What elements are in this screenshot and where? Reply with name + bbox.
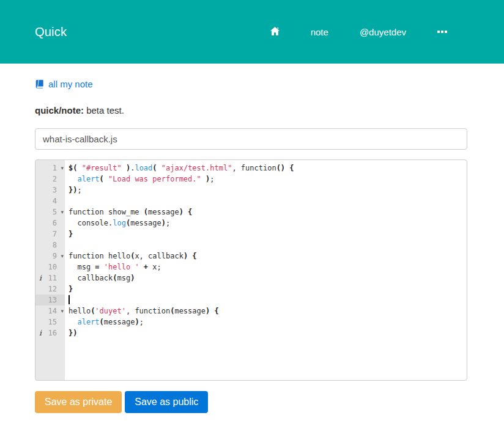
line-number: 14 [48, 307, 57, 315]
code-line[interactable]: callback(msg) [65, 273, 135, 284]
line-number: 11 [48, 274, 57, 282]
editor-row: 3}); [35, 185, 467, 196]
line-number: 10 [48, 263, 57, 271]
gutter-cell: i11 [35, 273, 65, 284]
code-line[interactable]: } [65, 284, 73, 295]
editor-row: 6 console.log(message); [35, 218, 467, 229]
code-line[interactable]: } [65, 229, 73, 240]
code-line[interactable]: alert(message); [65, 317, 144, 328]
book-icon [35, 79, 44, 89]
nav-note-link[interactable]: note [311, 27, 328, 37]
save-buttons-row: Save as private Save as public [35, 391, 467, 413]
code-line[interactable]: hello('duyet', function(message) { [65, 306, 219, 317]
editor-row: 5▾function show_me (message) { [35, 207, 467, 218]
gutter-cell: 3 [35, 185, 65, 196]
note-prefix: quick/note: [35, 105, 84, 115]
gutter-cell: 15 [35, 317, 65, 328]
main-content: all my note quick/note: beta test. 1▾$( … [35, 64, 467, 413]
app-header: Quick note @duyetdev [0, 0, 504, 64]
note-text: beta test. [84, 105, 124, 115]
editor-row: 1▾$( "#result" ).load( "ajax/test.html",… [35, 163, 467, 174]
more-icon [437, 28, 447, 35]
line-number: 12 [48, 285, 57, 293]
code-line[interactable]: msg = 'hello ' + x; [65, 262, 161, 273]
line-number: 7 [53, 230, 57, 238]
code-line[interactable]: function hello(x, callback) { [65, 251, 197, 262]
fold-arrow-icon[interactable]: ▾ [61, 163, 64, 173]
gutter-cell: 1▾ [35, 163, 65, 174]
header-container: Quick note @duyetdev [35, 0, 467, 64]
code-line[interactable] [65, 295, 70, 306]
editor-row: 9▾function hello(x, callback) { [35, 251, 467, 262]
nav-user-link[interactable]: @duyetdev [360, 27, 406, 37]
line-number: 8 [53, 241, 57, 249]
gutter-cell: 10 [35, 262, 65, 273]
all-my-note-label: all my note [48, 79, 93, 89]
fold-arrow-icon[interactable]: ▾ [61, 306, 64, 316]
gutter-cell: i16 [35, 328, 65, 339]
gutter-cell: 7 [35, 229, 65, 240]
gutter-cell: 6 [35, 218, 65, 229]
nav-home-link[interactable] [270, 27, 280, 37]
brand-title[interactable]: Quick [35, 25, 67, 39]
text-cursor [69, 295, 70, 304]
line-number: 4 [53, 197, 57, 205]
code-line[interactable] [65, 196, 69, 207]
filename-input[interactable] [35, 128, 467, 150]
all-my-note-link[interactable]: all my note [35, 79, 93, 89]
editor-row: i16}) [35, 328, 467, 339]
gutter-cell: 4 [35, 196, 65, 207]
save-private-button[interactable]: Save as private [35, 391, 122, 413]
line-number: 5 [53, 208, 57, 216]
home-icon [270, 27, 280, 37]
code-line[interactable]: console.log(message); [65, 218, 170, 229]
gutter-cell: 8 [35, 240, 65, 251]
gutter-cell: 5▾ [35, 207, 65, 218]
fold-arrow-icon[interactable]: ▾ [61, 251, 64, 261]
editor-row: 13 [35, 295, 467, 306]
code-line[interactable] [65, 240, 69, 251]
annotation-info-icon[interactable]: i [39, 328, 42, 339]
editor-row: 7} [35, 229, 467, 240]
editor-row: 8 [35, 240, 467, 251]
code-line[interactable]: }); [65, 185, 82, 196]
line-number: 15 [48, 318, 57, 326]
code-line[interactable]: alert( "Load was performed." ); [65, 174, 214, 185]
editor-row: 14▾hello('duyet', function(message) { [35, 306, 467, 317]
code-line[interactable]: }) [65, 328, 77, 339]
gutter-cell: 12 [35, 284, 65, 295]
editor-row: 2 alert( "Load was performed." ); [35, 174, 467, 185]
line-number: 9 [53, 252, 57, 260]
gutter-cell: 2 [35, 174, 65, 185]
editor-row: i11 callback(msg) [35, 273, 467, 284]
line-number: 3 [53, 186, 57, 194]
line-number: 1 [53, 164, 57, 172]
line-number: 2 [53, 175, 57, 183]
save-public-button[interactable]: Save as public [125, 391, 208, 413]
gutter-cell: 13 [35, 295, 65, 306]
line-number: 13 [48, 296, 57, 304]
top-nav: note @duyetdev [270, 27, 467, 37]
code-editor[interactable]: 1▾$( "#result" ).load( "ajax/test.html",… [35, 159, 467, 381]
code-line[interactable]: $( "#result" ).load( "ajax/test.html", f… [65, 163, 294, 174]
editor-row: 12} [35, 284, 467, 295]
gutter-cell: 9▾ [35, 251, 65, 262]
code-line[interactable]: function show_me (message) { [65, 207, 192, 218]
editor-row: 15 alert(message); [35, 317, 467, 328]
fold-arrow-icon[interactable]: ▾ [61, 207, 64, 217]
line-number: 6 [53, 219, 57, 227]
annotation-info-icon[interactable]: i [39, 273, 42, 284]
nav-more-button[interactable] [437, 28, 447, 35]
note-status-line: quick/note: beta test. [35, 105, 467, 115]
editor-row: 4 [35, 196, 467, 207]
editor-row: 10 msg = 'hello ' + x; [35, 262, 467, 273]
line-number: 16 [48, 329, 57, 337]
gutter-cell: 14▾ [35, 306, 65, 317]
